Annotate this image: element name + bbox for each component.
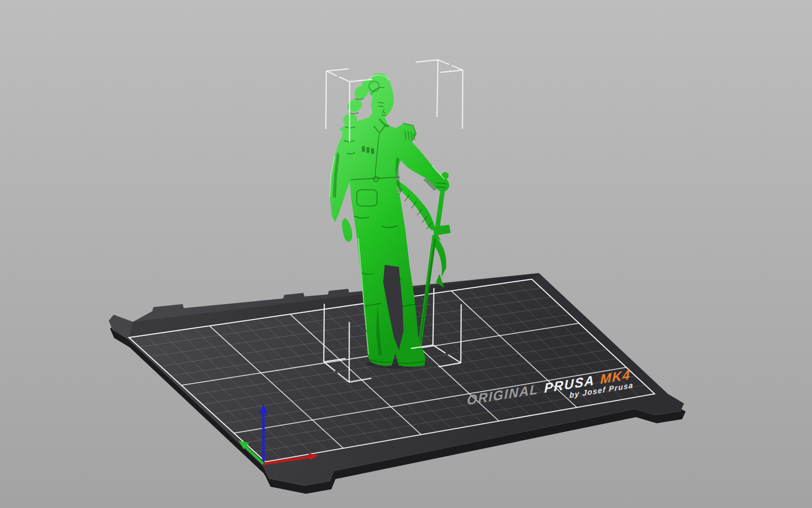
selection-bracket-line — [326, 71, 326, 129]
scene-canvas[interactable]: ORIGINALPRUSAMK4 by Josef Prusa — [0, 0, 812, 508]
selection-bracket-line — [462, 70, 463, 128]
slicer-3d-viewport[interactable]: ORIGINALPRUSAMK4 by Josef Prusa — [0, 0, 812, 508]
figure-right-hand — [434, 178, 449, 190]
selection-bracket-line — [461, 304, 461, 363]
selection-bracket-line — [324, 303, 324, 362]
